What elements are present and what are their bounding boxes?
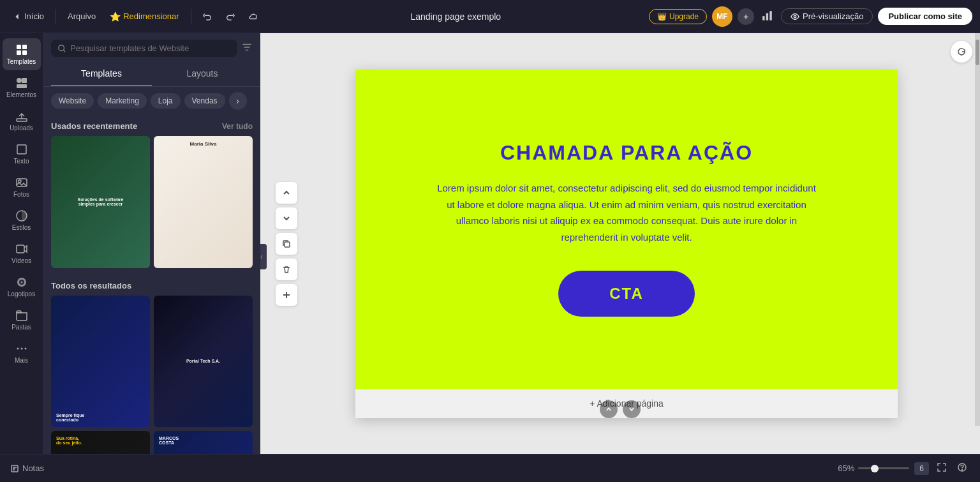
redo-button[interactable]	[221, 9, 240, 24]
preview-button[interactable]: Pré-visualização	[781, 8, 873, 24]
recently-used-header: Usados recentemente Ver tudo	[51, 115, 253, 136]
filter-website[interactable]: Website	[51, 93, 94, 109]
plus-icon	[282, 290, 291, 299]
templates-panel: Templates Layouts Website Marketing Loja…	[43, 33, 260, 454]
svg-point-21	[20, 348, 22, 350]
page-nav-up[interactable]	[600, 400, 618, 418]
collapse-icon[interactable]: ‹	[260, 244, 267, 269]
chevron-up-icon	[283, 189, 290, 197]
avatar[interactable]: MF	[712, 6, 732, 27]
back-button[interactable]: Início	[8, 8, 49, 24]
filter-sales[interactable]: Vendas	[184, 93, 225, 109]
file-menu-button[interactable]: Arquivo	[63, 8, 101, 24]
canvas-toolbar-left	[276, 182, 297, 306]
delete-button[interactable]	[276, 259, 297, 280]
scroll-up-button[interactable]	[276, 182, 297, 204]
nav-right: 👑 Upgrade MF + Pré-visualização Publicar…	[649, 6, 972, 27]
nav-left: Início Arquivo ⭐ Redimensionar	[8, 8, 263, 25]
sidebar-item-videos[interactable]: Vídeos	[3, 237, 41, 269]
zoom-control: 65%	[838, 463, 909, 473]
svg-rect-6	[17, 50, 21, 55]
folders-icon	[15, 309, 28, 322]
file-label: Arquivo	[68, 11, 96, 21]
sidebar-item-elements[interactable]: Elementos	[3, 72, 41, 103]
svg-rect-2	[769, 11, 771, 20]
svg-point-3	[794, 15, 796, 18]
elements-icon	[15, 77, 28, 89]
filter-marketing[interactable]: Marketing	[98, 93, 147, 109]
zoom-level: 65%	[838, 463, 854, 473]
copy-icon	[282, 239, 291, 248]
add-section-button[interactable]	[276, 284, 297, 306]
copy-button[interactable]	[276, 233, 297, 255]
tab-layouts[interactable]: Layouts	[152, 62, 253, 86]
icon-sidebar: Templates Elementos Uploads Texto	[0, 33, 43, 454]
filter-icon[interactable]	[241, 41, 253, 56]
result-template-3[interactable]: Sua rotina,do seu jeito.	[51, 431, 150, 454]
uploads-icon	[15, 110, 28, 123]
sidebar-item-logos[interactable]: Logotipos	[3, 271, 41, 303]
upgrade-button[interactable]: 👑 Upgrade	[649, 9, 707, 24]
sidebar-elements-label: Elementos	[6, 91, 36, 98]
recent-grid: Soluções de softwaresimples para crescer…	[51, 136, 253, 268]
all-results-grid: Sempre fiqueconectado Portal Tech S.A. S…	[51, 296, 253, 454]
recent-template-2[interactable]: Maria Silva	[154, 136, 253, 268]
cta-button[interactable]: CTA	[558, 271, 695, 317]
rotate-icon	[956, 47, 967, 57]
sidebar-item-templates[interactable]: Templates	[3, 38, 41, 70]
save-cloud-button[interactable]	[244, 9, 263, 24]
svg-rect-10	[17, 84, 27, 88]
recent-template-1[interactable]: Soluções de softwaresimples para crescer	[51, 136, 150, 268]
down-arrow-icon	[628, 406, 635, 412]
publish-button[interactable]: Publicar como site	[878, 8, 972, 25]
photos-icon	[15, 176, 28, 189]
zoom-slider[interactable]	[858, 467, 909, 469]
page-nav-down[interactable]	[623, 400, 641, 418]
bottombar-right: 65% 6	[838, 460, 970, 477]
svg-point-27	[962, 470, 963, 471]
undo-button[interactable]	[198, 9, 217, 24]
help-button[interactable]	[954, 460, 970, 477]
filter-store[interactable]: Loja	[151, 93, 181, 109]
notes-button[interactable]: Notas	[10, 463, 44, 473]
sidebar-item-text[interactable]: Texto	[3, 138, 41, 170]
notes-label: Notas	[22, 463, 44, 473]
sidebar-item-photos[interactable]: Fotos	[3, 171, 41, 203]
filter-more-button[interactable]: ›	[229, 92, 247, 110]
sidebar-item-folders[interactable]: Pastas	[3, 304, 41, 336]
analytics-button[interactable]	[759, 7, 776, 26]
canvas-page: CHAMADA PARA AÇÃO Lorem ipsum dolor sit …	[355, 70, 898, 418]
result-template-4[interactable]: MARCOSCOSTA	[154, 431, 253, 454]
tab-templates[interactable]: Templates	[51, 62, 152, 86]
styles-icon	[15, 209, 28, 222]
resize-button[interactable]: ⭐ Redimensionar	[105, 8, 184, 25]
sidebar-folders-label: Pastas	[11, 324, 31, 331]
fullscreen-button[interactable]	[934, 460, 949, 477]
redo-icon	[226, 12, 235, 21]
sidebar-logos-label: Logotipos	[8, 290, 35, 297]
sidebar-item-more[interactable]: Mais	[3, 337, 41, 369]
rotate-button[interactable]	[951, 41, 972, 63]
back-label: Início	[24, 11, 44, 21]
svg-rect-4	[17, 45, 21, 49]
svg-rect-1	[766, 13, 768, 20]
sidebar-item-styles[interactable]: Estilos	[3, 204, 41, 236]
bottombar: Notas 65% 6	[0, 454, 980, 482]
text-icon	[15, 143, 28, 156]
trash-icon	[282, 265, 291, 274]
sidebar-item-uploads[interactable]: Uploads	[3, 105, 41, 137]
svg-rect-5	[22, 45, 27, 49]
search-input[interactable]	[70, 43, 231, 53]
more-icon	[15, 342, 28, 355]
result-template-1[interactable]: Sempre fiqueconectado	[51, 296, 150, 428]
svg-rect-7	[22, 50, 27, 55]
see-all-recent[interactable]: Ver tudo	[222, 122, 253, 131]
scroll-down-button[interactable]	[276, 207, 297, 229]
sidebar-styles-label: Estilos	[12, 224, 31, 231]
canvas-scrollbar[interactable]	[975, 33, 980, 426]
add-collaborator-button[interactable]: +	[738, 8, 754, 25]
page-number-button[interactable]: 6	[914, 462, 929, 475]
result-template-2[interactable]: Portal Tech S.A.	[154, 296, 253, 428]
svg-rect-0	[762, 16, 764, 20]
project-name-input[interactable]	[400, 11, 512, 22]
